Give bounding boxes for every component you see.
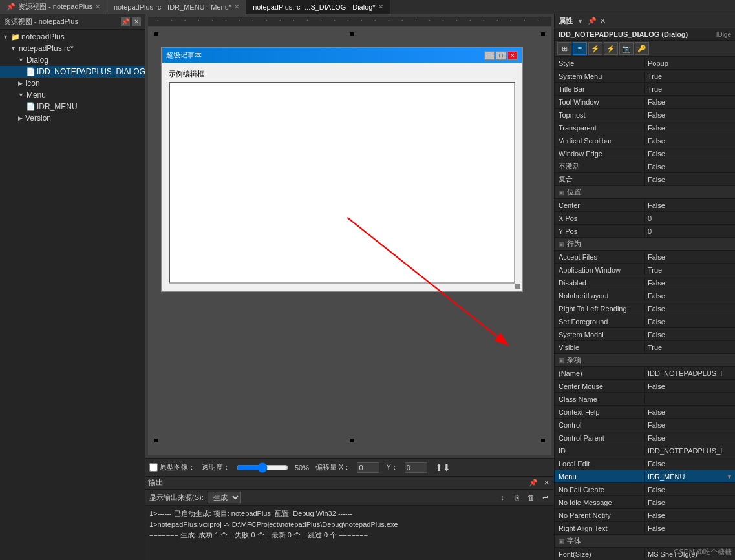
tree-version-folder[interactable]: ▶ Version	[0, 112, 145, 124]
tab-close-icon[interactable]: ✕	[95, 3, 100, 10]
props-row-control: Control False	[555, 419, 735, 431]
props-value-windowedge: False	[645, 149, 735, 159]
props-name-compound: 复合	[555, 173, 645, 185]
dialog-maximize-btn[interactable]: □	[496, 51, 506, 60]
menu-dropdown-arrow[interactable]: ▼	[727, 473, 732, 480]
output-clear-icon[interactable]: 🗑	[526, 492, 536, 503]
props-value-center: False	[645, 200, 735, 211]
offset-y-label: Y：	[386, 462, 398, 472]
props-sort-btn[interactable]: ≡	[573, 42, 587, 55]
props-name-disabled: Disabled	[555, 278, 645, 288]
tab-bar: 📌 资源视图 - notepadPlus ✕ notepadPlus.rc - …	[0, 0, 735, 14]
props-name-id: ID	[555, 446, 645, 456]
props-row-menu[interactable]: Menu IDR_MENU ▼	[555, 470, 735, 483]
tab-dialog-editor[interactable]: notepadPlus.rc -...S_DIALOG - Dialog* ✕	[246, 0, 390, 14]
tree-rc-file[interactable]: ▼ notepadPlus.rc*	[0, 43, 145, 54]
prototype-checkbox[interactable]	[149, 463, 158, 472]
props-row-contexthelp: Context Help False	[555, 406, 735, 419]
tab-close-icon[interactable]: ✕	[234, 3, 239, 10]
dialog-minimize-btn[interactable]: —	[484, 51, 495, 60]
props-value-vscroll: False	[645, 136, 735, 146]
props-value-disabled: False	[645, 278, 735, 288]
props-section-font-header[interactable]: ▣ 字体	[555, 535, 735, 548]
tree-icon-folder[interactable]: ▶ Icon	[0, 78, 145, 89]
props-value-compound: False	[645, 174, 735, 185]
resize-handle[interactable]	[515, 284, 520, 289]
props-pin-icon[interactable]: 📌	[588, 17, 597, 25]
output-header: 显示输出来源(S): 生成 ↕ ⎘ 🗑 ↩	[145, 490, 554, 506]
tree-idd-item[interactable]: 📄 IDD_NOTEPADPLUS_DIALOG	[0, 66, 145, 78]
section-font-label: 字体	[567, 536, 581, 546]
props-name-style: Style	[555, 58, 645, 68]
toolbar-pin-icon[interactable]: 📌	[528, 478, 538, 488]
dialog-body: 示例编辑框	[162, 63, 522, 290]
props-value-menu[interactable]: IDR_MENU ▼	[645, 472, 735, 482]
props-value-rightalign: False	[645, 523, 735, 534]
props-events-btn[interactable]: ⚡	[588, 42, 602, 55]
sidebar-close-icon[interactable]: ✕	[132, 17, 141, 26]
output-filter-select[interactable]: 生成	[208, 492, 241, 503]
editor-area[interactable]: . . . . . . . . . . . . . . . . . . . . …	[145, 14, 554, 458]
props-name-acceptfiles: Accept Files	[555, 252, 645, 262]
props-value-control: False	[645, 420, 735, 430]
props-key-btn[interactable]: 🔑	[635, 42, 649, 55]
offset-x-input[interactable]	[357, 462, 379, 473]
props-grid-btn[interactable]: ⊞	[557, 42, 571, 55]
output-content: 1>------ 已启动生成: 项目: notepadPlus, 配置: Deb…	[145, 506, 554, 560]
tree-item-label: Dialog	[27, 56, 48, 65]
section-misc-label: 杂项	[567, 355, 581, 365]
props-close-icon[interactable]: ✕	[600, 17, 606, 25]
props-events2-btn[interactable]: ⚡	[604, 42, 618, 55]
output-sort-icon[interactable]: ↕	[497, 492, 507, 503]
offset-y-input[interactable]	[405, 462, 427, 473]
tab-label: notepadPlus.rc - IDR_MENU - Menu*	[114, 3, 231, 11]
tree-item-label: notepadPlus.rc*	[19, 44, 74, 53]
props-row-vscroll: Vertical Scrollbar False	[555, 134, 735, 147]
output-wrap-icon[interactable]: ↩	[540, 492, 550, 503]
props-row-sysmodal: System Modal False	[555, 328, 735, 341]
tree-root[interactable]: ▼ 📁 notepadPlus	[0, 31, 145, 43]
props-value-classname	[645, 398, 735, 400]
props-row-centermouse: Center Mouse False	[555, 380, 735, 393]
expand-arrow: ▶	[18, 115, 23, 121]
tree-dialog-folder[interactable]: ▼ Dialog	[0, 54, 145, 66]
tab-resource-view[interactable]: 📌 资源视图 - notepadPlus ✕	[0, 0, 107, 14]
dialog-edit-area[interactable]	[169, 82, 515, 284]
props-name-control: Control	[555, 420, 645, 430]
output-copy-icon[interactable]: ⎘	[511, 492, 522, 503]
props-row-toolwindow: Tool Window False	[555, 96, 735, 109]
tab-close-icon[interactable]: ✕	[378, 3, 383, 10]
props-value-transparent: False	[645, 123, 735, 133]
dialog-controls: — □ ✕	[484, 51, 518, 60]
opacity-slider[interactable]	[237, 462, 288, 473]
props-value-noidlemsg: False	[645, 497, 735, 508]
props-value-appwindow: True	[645, 265, 735, 275]
props-value-systemmenu: True	[645, 71, 735, 81]
props-value-localedit: False	[645, 459, 735, 469]
expand-arrow: ▶	[18, 80, 23, 87]
section-toggle-icon: ▣	[559, 538, 564, 544]
props-name-localedit: Local Edit	[555, 459, 645, 469]
tree-item-icon: 📄	[26, 102, 36, 111]
offset-spinner[interactable]: ⬆⬇	[435, 462, 451, 473]
props-section-behavior: ▣ 行为 Accept Files False Application Wind…	[555, 238, 735, 354]
props-name-vscroll: Vertical Scrollbar	[555, 136, 645, 146]
props-row-transparent: Transparent False	[555, 121, 735, 134]
props-section-position: ▣ 位置 Center False X Pos 0 Y Pos 0	[555, 186, 735, 238]
tab-menu-editor[interactable]: notepadPlus.rc - IDR_MENU - Menu* ✕	[107, 0, 246, 14]
props-value-style: Popup	[645, 58, 735, 68]
dialog-close-btn[interactable]: ✕	[507, 51, 518, 60]
toolbar-close-icon[interactable]: ✕	[541, 478, 551, 488]
tree-menu-folder[interactable]: ▼ Menu	[0, 89, 145, 101]
props-toolbar: ⊞ ≡ ⚡ ⚡ 📷 🔑	[555, 41, 735, 57]
tree-idr-item[interactable]: 📄 IDR_MENU	[0, 101, 145, 112]
props-section-position-header[interactable]: ▣ 位置	[555, 186, 735, 199]
props-content: Style Popup System Menu True Title Bar T…	[555, 57, 735, 560]
props-section-misc-header[interactable]: ▣ 杂项	[555, 354, 735, 367]
sidebar-pin-icon[interactable]: 📌	[121, 17, 130, 26]
props-row-systemmenu: System Menu True	[555, 70, 735, 83]
props-camera-btn[interactable]: 📷	[619, 42, 634, 55]
props-name-controlparent: Control Parent	[555, 433, 645, 443]
props-section-behavior-header[interactable]: ▣ 行为	[555, 238, 735, 251]
props-row-titlebar: Title Bar True	[555, 83, 735, 96]
